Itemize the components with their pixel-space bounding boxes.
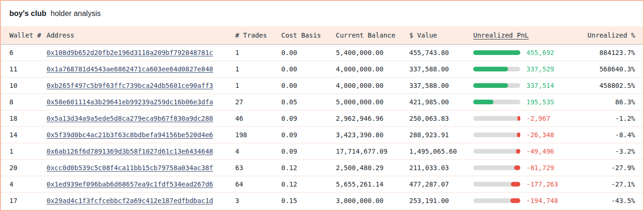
trades-count: 1 — [235, 44, 281, 61]
token-name: boy's club — [9, 9, 46, 18]
trades-count: 1 — [235, 77, 281, 94]
table-header-row: Wallet # Address # Trades Cost Basis Cur… — [1, 26, 643, 44]
wallet-number: 1 — [1, 143, 47, 159]
pnl-bar — [473, 50, 520, 55]
pnl-bar-fill — [517, 133, 520, 137]
pnl-bar — [473, 165, 520, 170]
wallet-number: 20 — [1, 159, 47, 176]
pnl-value: -177,263 — [526, 180, 558, 188]
pnl-bar-fill — [473, 50, 520, 55]
cost-basis: 0.00 — [281, 61, 336, 77]
address-link[interactable]: 0x6ab126f6d7891369d3b58f1027d61c13e64346… — [47, 148, 213, 155]
cost-basis: 0.09 — [281, 143, 336, 159]
unrealized-percent: 884123.7% — [580, 44, 643, 61]
pnl-bar — [473, 67, 520, 71]
current-balance: 17,714,677.09 — [336, 143, 409, 159]
address-link[interactable]: 0xb265f497c5b9f63ffc739bca24db5601ce90af… — [47, 82, 213, 89]
trades-count: 1 — [235, 61, 281, 77]
address-link[interactable]: 0x5f39d0bc4ac21b3f63c8bdbefa94156be520d4… — [47, 131, 213, 139]
table-row: 8 0x58e601114a3b29641eb99239a259dc16b06e… — [1, 94, 643, 110]
pnl-value: 337,514 — [526, 82, 554, 89]
pnl-bar-fill — [511, 182, 520, 187]
dollar-value: 337,588.00 — [409, 61, 473, 77]
wallet-number: 14 — [1, 126, 47, 143]
current-balance: 5,655,261.14 — [336, 176, 409, 192]
unrealized-percent: -3.2% — [580, 143, 643, 159]
address-link[interactable]: 0x29ad4c1f3fcfcebbcf2a69c412e187edfbdbac… — [47, 197, 213, 204]
pnl-bar-fill — [473, 67, 508, 71]
current-balance: 3,423,390.80 — [336, 126, 409, 143]
trades-count: 4 — [235, 143, 281, 159]
trades-count: 27 — [235, 94, 281, 110]
address-link[interactable]: 0xcc0d0b539c5c08f4ca11bb15cb79758a034ac3… — [47, 164, 213, 172]
address-link[interactable]: 0x1ed939ef096bab6d68657ea9c1fdf534ead267… — [47, 180, 213, 188]
column-header-unrealized-pnl[interactable]: Unrealized PnL — [473, 26, 580, 44]
trades-count: 46 — [235, 110, 281, 126]
current-balance: 3,000,000.00 — [336, 192, 409, 209]
column-header-cost-basis[interactable]: Cost Basis — [281, 26, 336, 44]
pnl-bar — [473, 149, 520, 154]
wallet-number: 18 — [1, 110, 47, 126]
table-row: 1 0x6ab126f6d7891369d3b58f1027d61c13e643… — [1, 143, 643, 159]
address-link[interactable]: 0x108d9b652d20fb2e196d3118a209bf79284878… — [47, 49, 213, 56]
dollar-value: 477,287.07 — [409, 176, 473, 192]
pnl-bar — [473, 116, 520, 121]
unrealized-percent: -27.1% — [580, 176, 643, 192]
dollar-value: 1,495,065.60 — [409, 143, 473, 159]
cost-basis: 0.09 — [281, 126, 336, 143]
table-row: 4 0x1ed939ef096bab6d68657ea9c1fdf534ead2… — [1, 176, 643, 192]
unrealized-percent: -43.5% — [580, 192, 643, 209]
pnl-value: -2,967 — [526, 115, 550, 122]
table-row: 20 0xcc0d0b539c5c08f4ca11bb15cb79758a034… — [1, 159, 643, 176]
trades-count: 3 — [235, 192, 281, 209]
trades-count: 198 — [235, 126, 281, 143]
pnl-bar-fill — [473, 83, 508, 88]
table-row: 10 0xb265f497c5b9f63ffc739bca24db5601ce9… — [1, 77, 643, 94]
cost-basis: 0.12 — [281, 159, 336, 176]
column-header-unrealized-pct[interactable]: Unrealized % — [580, 26, 643, 44]
dollar-value: 455,743.80 — [409, 44, 473, 61]
table-row: 14 0x5f39d0bc4ac21b3f63c8bdbefa94156be52… — [1, 126, 643, 143]
unrealized-percent: -1.2% — [580, 110, 643, 126]
column-header-wallet[interactable]: Wallet # — [1, 26, 47, 44]
pnl-value: 337,529 — [526, 65, 554, 73]
page-title-suffix: holder analysis — [50, 9, 101, 18]
address-link[interactable]: 0x58e601114a3b29641eb99239a259dc16b06e3d… — [47, 98, 213, 106]
column-header-value[interactable]: $ Value — [409, 26, 473, 44]
pnl-bar-fill — [517, 116, 520, 121]
pnl-value: -194,748 — [526, 197, 558, 204]
wallet-number: 6 — [1, 44, 47, 61]
dollar-value: 337,588.00 — [409, 77, 473, 94]
current-balance: 4,000,000.00 — [336, 61, 409, 77]
address-link[interactable]: 0x5a13d34a9a5ede5d8ca279eca9b67f830a9dc2… — [47, 115, 213, 122]
trades-count: 63 — [235, 159, 281, 176]
address-link[interactable]: 0x1a768781d4543ae6862471ca603ee64d0827e8… — [47, 65, 213, 73]
pnl-bar — [473, 83, 520, 88]
trades-count: 64 — [235, 176, 281, 192]
page-title: boy's club holder analysis — [1, 1, 643, 26]
pnl-bar-fill — [473, 100, 493, 104]
pnl-bar — [473, 198, 520, 203]
pnl-bar — [473, 100, 520, 104]
pnl-value: 455,692 — [526, 49, 554, 56]
column-header-trades[interactable]: # Trades — [235, 26, 281, 44]
wallet-number: 8 — [1, 94, 47, 110]
unrealized-percent: -8.4% — [580, 126, 643, 143]
pnl-bar-fill — [514, 165, 520, 170]
wallet-number: 10 — [1, 77, 47, 94]
column-header-current-balance[interactable]: Current Balance — [336, 26, 409, 44]
current-balance: 5,400,000.00 — [336, 44, 409, 61]
cost-basis: 0.12 — [281, 176, 336, 192]
unrealized-percent: 458802.5% — [580, 77, 643, 94]
pnl-bar — [473, 182, 520, 187]
table-row: 6 0x108d9b652d20fb2e196d3118a209bf792848… — [1, 44, 643, 61]
dollar-value: 421,985.00 — [409, 94, 473, 110]
column-header-address[interactable]: Address — [47, 26, 235, 44]
unrealized-percent: -27.9% — [580, 159, 643, 176]
holders-table: Wallet # Address # Trades Cost Basis Cur… — [1, 26, 643, 209]
table-row: 17 0x29ad4c1f3fcfcebbcf2a69c412e187edfbd… — [1, 192, 643, 209]
cost-basis: 0.15 — [281, 192, 336, 209]
cost-basis: 0.09 — [281, 110, 336, 126]
current-balance: 5,000,000.00 — [336, 94, 409, 110]
unrealized-percent: 86.3% — [580, 94, 643, 110]
